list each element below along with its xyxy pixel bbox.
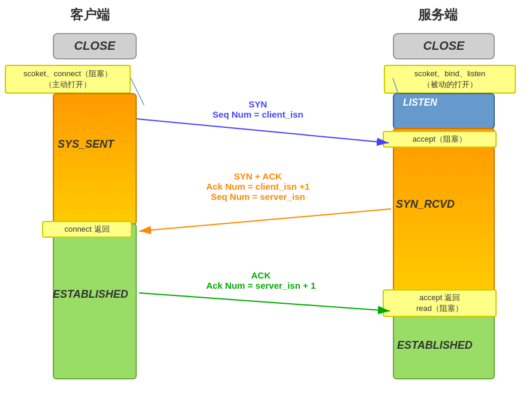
server-established-label: ESTABLISHED <box>397 339 473 352</box>
syn-message: SYN Seq Num = client_isn <box>168 99 348 119</box>
syn-ack-message: SYN + ACK Ack Num = client_isn +1 Seq Nu… <box>159 171 357 202</box>
client-established-column <box>53 223 137 379</box>
server-accept-return: accept 返回read（阻塞） <box>383 289 497 317</box>
svg-line-5 <box>139 293 390 311</box>
diagram-container: 客户端 服务端 CLOSE CLOSE scoket、connect（阻塞）（主… <box>0 0 532 407</box>
client-callout-box: scoket、connect（阻塞）（主动打开） <box>5 65 131 94</box>
client-established-label: ESTABLISHED <box>53 288 128 301</box>
svg-line-3 <box>137 119 389 143</box>
server-listen-label: LISTEN <box>403 97 437 108</box>
server-callout-box: scoket、bind、listen（被动的打开） <box>384 65 516 94</box>
client-close-box: CLOSE <box>53 33 137 59</box>
server-section-label: 服务端 <box>372 6 504 24</box>
client-syn-sent-column <box>53 93 137 225</box>
client-connect-return: connect 返回 <box>42 221 132 238</box>
client-section-label: 客户端 <box>36 6 144 24</box>
server-syn-rcvd-column <box>393 128 495 296</box>
svg-line-4 <box>139 209 391 231</box>
ack-message: ACK Ack Num = server_isn + 1 <box>162 270 360 291</box>
server-syn-rcvd-label: SYN_RCVD <box>396 198 455 211</box>
server-accept-callout: accept（阻塞） <box>383 131 497 148</box>
server-close-box: CLOSE <box>393 33 495 59</box>
client-sys-sent-label: SYS_SENT <box>58 138 114 151</box>
